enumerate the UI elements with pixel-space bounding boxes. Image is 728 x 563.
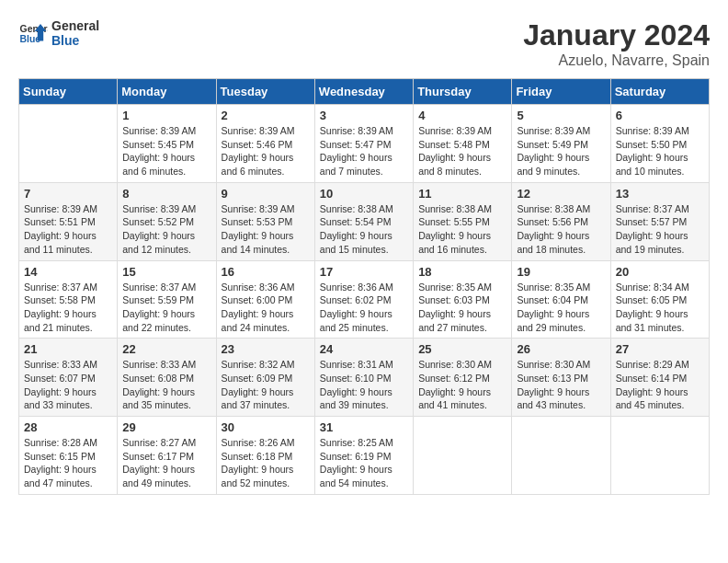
- day-info: Sunrise: 8:33 AM Sunset: 6:07 PM Dayligh…: [24, 358, 112, 412]
- calendar-cell: 10Sunrise: 8:38 AM Sunset: 5:54 PM Dayli…: [314, 182, 413, 260]
- column-header-thursday: Thursday: [414, 79, 512, 105]
- calendar-cell: 1Sunrise: 8:39 AM Sunset: 5:45 PM Daylig…: [118, 105, 216, 183]
- day-number: 1: [122, 109, 210, 122]
- calendar-cell: 24Sunrise: 8:31 AM Sunset: 6:10 PM Dayli…: [314, 339, 413, 417]
- day-number: 22: [122, 342, 210, 356]
- day-number: 8: [122, 187, 210, 201]
- calendar-cell: 3Sunrise: 8:39 AM Sunset: 5:47 PM Daylig…: [314, 105, 413, 183]
- day-number: 7: [24, 187, 112, 201]
- calendar-cell: 12Sunrise: 8:38 AM Sunset: 5:56 PM Dayli…: [512, 182, 610, 260]
- week-row-5: 28Sunrise: 8:28 AM Sunset: 6:15 PM Dayli…: [19, 417, 710, 495]
- day-number: 28: [24, 420, 112, 434]
- header: General Blue General Blue January 2024 A…: [18, 18, 710, 69]
- day-info: Sunrise: 8:39 AM Sunset: 5:48 PM Dayligh…: [418, 124, 506, 178]
- calendar-cell: 11Sunrise: 8:38 AM Sunset: 5:55 PM Dayli…: [414, 182, 512, 260]
- calendar-cell: 5Sunrise: 8:39 AM Sunset: 5:49 PM Daylig…: [512, 105, 610, 183]
- day-number: 14: [24, 265, 112, 279]
- calendar-cell: 9Sunrise: 8:39 AM Sunset: 5:53 PM Daylig…: [216, 182, 314, 260]
- column-header-monday: Monday: [118, 79, 216, 105]
- week-row-1: 1Sunrise: 8:39 AM Sunset: 5:45 PM Daylig…: [19, 105, 710, 183]
- header-row: SundayMondayTuesdayWednesdayThursdayFrid…: [19, 79, 710, 105]
- day-info: Sunrise: 8:28 AM Sunset: 6:15 PM Dayligh…: [24, 436, 112, 490]
- calendar-cell: 27Sunrise: 8:29 AM Sunset: 6:14 PM Dayli…: [610, 339, 709, 417]
- main-title: January 2024: [523, 18, 710, 52]
- column-header-wednesday: Wednesday: [314, 79, 413, 105]
- day-info: Sunrise: 8:31 AM Sunset: 6:10 PM Dayligh…: [320, 358, 408, 412]
- calendar-cell: 23Sunrise: 8:32 AM Sunset: 6:09 PM Dayli…: [216, 339, 314, 417]
- calendar-cell: 18Sunrise: 8:35 AM Sunset: 6:03 PM Dayli…: [414, 260, 512, 339]
- day-info: Sunrise: 8:39 AM Sunset: 5:46 PM Dayligh…: [222, 124, 310, 178]
- calendar-cell: 16Sunrise: 8:36 AM Sunset: 6:00 PM Dayli…: [216, 260, 314, 339]
- calendar-cell: 26Sunrise: 8:30 AM Sunset: 6:13 PM Dayli…: [512, 339, 610, 417]
- day-number: 25: [418, 342, 506, 356]
- day-number: 18: [418, 265, 506, 279]
- day-number: 26: [517, 342, 605, 356]
- day-info: Sunrise: 8:39 AM Sunset: 5:52 PM Dayligh…: [122, 202, 210, 257]
- day-number: 27: [616, 342, 704, 356]
- calendar-cell: 21Sunrise: 8:33 AM Sunset: 6:07 PM Dayli…: [19, 339, 118, 417]
- day-number: 4: [418, 109, 506, 122]
- calendar-cell: 2Sunrise: 8:39 AM Sunset: 5:46 PM Daylig…: [216, 105, 314, 183]
- day-number: 16: [222, 265, 310, 279]
- day-info: Sunrise: 8:36 AM Sunset: 6:00 PM Dayligh…: [222, 281, 310, 335]
- day-number: 20: [616, 265, 704, 279]
- day-info: Sunrise: 8:37 AM Sunset: 5:59 PM Dayligh…: [122, 281, 210, 335]
- day-number: 6: [616, 109, 704, 122]
- day-number: 23: [222, 342, 310, 356]
- day-info: Sunrise: 8:39 AM Sunset: 5:53 PM Dayligh…: [222, 202, 310, 257]
- title-area: January 2024 Azuelo, Navarre, Spain: [523, 18, 710, 69]
- calendar-cell: 13Sunrise: 8:37 AM Sunset: 5:57 PM Dayli…: [610, 182, 709, 260]
- logo: General Blue General Blue: [18, 18, 99, 48]
- day-number: 5: [517, 109, 605, 122]
- day-info: Sunrise: 8:27 AM Sunset: 6:17 PM Dayligh…: [122, 436, 210, 490]
- day-info: Sunrise: 8:30 AM Sunset: 6:13 PM Dayligh…: [517, 358, 605, 412]
- week-row-4: 21Sunrise: 8:33 AM Sunset: 6:07 PM Dayli…: [19, 339, 710, 417]
- day-number: 29: [122, 420, 210, 434]
- day-number: 21: [24, 342, 112, 356]
- logo-line2: Blue: [51, 33, 99, 48]
- week-row-2: 7Sunrise: 8:39 AM Sunset: 5:51 PM Daylig…: [19, 182, 710, 260]
- day-number: 10: [320, 187, 408, 201]
- day-info: Sunrise: 8:29 AM Sunset: 6:14 PM Dayligh…: [616, 358, 704, 412]
- column-header-friday: Friday: [512, 79, 610, 105]
- calendar-cell: [610, 417, 709, 495]
- day-info: Sunrise: 8:39 AM Sunset: 5:45 PM Dayligh…: [122, 124, 210, 178]
- calendar-cell: [19, 105, 118, 183]
- day-info: Sunrise: 8:32 AM Sunset: 6:09 PM Dayligh…: [222, 358, 310, 412]
- calendar-cell: 31Sunrise: 8:25 AM Sunset: 6:19 PM Dayli…: [314, 417, 413, 495]
- day-info: Sunrise: 8:37 AM Sunset: 5:57 PM Dayligh…: [616, 202, 704, 257]
- day-info: Sunrise: 8:33 AM Sunset: 6:08 PM Dayligh…: [122, 358, 210, 412]
- calendar-cell: 30Sunrise: 8:26 AM Sunset: 6:18 PM Dayli…: [216, 417, 314, 495]
- calendar-cell: 7Sunrise: 8:39 AM Sunset: 5:51 PM Daylig…: [19, 182, 118, 260]
- day-number: 24: [320, 342, 408, 356]
- day-info: Sunrise: 8:38 AM Sunset: 5:56 PM Dayligh…: [517, 202, 605, 257]
- day-info: Sunrise: 8:39 AM Sunset: 5:49 PM Dayligh…: [517, 124, 605, 178]
- day-info: Sunrise: 8:38 AM Sunset: 5:55 PM Dayligh…: [418, 202, 506, 257]
- logo-icon: General Blue: [18, 20, 48, 46]
- day-info: Sunrise: 8:35 AM Sunset: 6:03 PM Dayligh…: [418, 281, 506, 335]
- calendar-cell: 22Sunrise: 8:33 AM Sunset: 6:08 PM Dayli…: [118, 339, 216, 417]
- calendar-cell: 19Sunrise: 8:35 AM Sunset: 6:04 PM Dayli…: [512, 260, 610, 339]
- day-number: 15: [122, 265, 210, 279]
- day-number: 17: [320, 265, 408, 279]
- day-number: 13: [616, 187, 704, 201]
- day-number: 19: [517, 265, 605, 279]
- day-number: 30: [222, 420, 310, 434]
- day-number: 3: [320, 109, 408, 122]
- calendar-table: SundayMondayTuesdayWednesdayThursdayFrid…: [18, 78, 710, 495]
- day-info: Sunrise: 8:39 AM Sunset: 5:47 PM Dayligh…: [320, 124, 408, 178]
- day-info: Sunrise: 8:38 AM Sunset: 5:54 PM Dayligh…: [320, 202, 408, 257]
- calendar-cell: [512, 417, 610, 495]
- calendar-cell: 17Sunrise: 8:36 AM Sunset: 6:02 PM Dayli…: [314, 260, 413, 339]
- column-header-sunday: Sunday: [19, 79, 118, 105]
- day-info: Sunrise: 8:34 AM Sunset: 6:05 PM Dayligh…: [616, 281, 704, 335]
- day-number: 2: [222, 109, 310, 122]
- column-header-tuesday: Tuesday: [216, 79, 314, 105]
- day-number: 12: [517, 187, 605, 201]
- day-number: 11: [418, 187, 506, 201]
- day-info: Sunrise: 8:30 AM Sunset: 6:12 PM Dayligh…: [418, 358, 506, 412]
- day-info: Sunrise: 8:35 AM Sunset: 6:04 PM Dayligh…: [517, 281, 605, 335]
- day-info: Sunrise: 8:26 AM Sunset: 6:18 PM Dayligh…: [222, 436, 310, 490]
- calendar-cell: 8Sunrise: 8:39 AM Sunset: 5:52 PM Daylig…: [118, 182, 216, 260]
- calendar-cell: [414, 417, 512, 495]
